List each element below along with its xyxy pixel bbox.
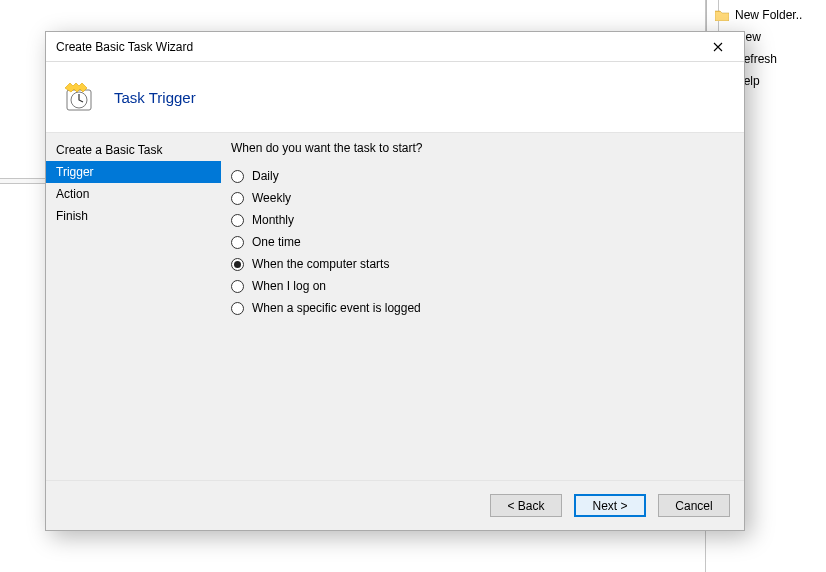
folder-icon [715,9,729,21]
radio-icon [231,214,244,227]
wizard-step-finish[interactable]: Finish [46,205,221,227]
task-scheduler-icon [62,80,96,114]
radio-label: When the computer starts [252,257,389,271]
radio-label: One time [252,235,301,249]
close-button[interactable] [698,35,738,59]
trigger-option-event[interactable]: When a specific event is logged [227,297,728,319]
back-button[interactable]: < Back [490,494,562,517]
wizard-header: Task Trigger [46,62,744,132]
radio-label: When a specific event is logged [252,301,421,315]
radio-icon [231,236,244,249]
actions-item-label: New Folder.. [735,8,802,22]
radio-label: Weekly [252,191,291,205]
background-strip [0,178,45,184]
close-icon [713,42,723,52]
radio-icon [231,258,244,271]
radio-icon [231,170,244,183]
trigger-option-computer-starts[interactable]: When the computer starts [227,253,728,275]
wizard-dialog: Create Basic Task Wizard Task Trigger Cr… [45,31,745,531]
wizard-step-create[interactable]: Create a Basic Task [46,139,221,161]
trigger-question: When do you want the task to start? [231,141,728,155]
trigger-option-logon[interactable]: When I log on [227,275,728,297]
radio-label: Daily [252,169,279,183]
actions-item-new-folder[interactable]: New Folder.. [707,4,826,26]
wizard-body: Create a Basic Task Trigger Action Finis… [46,132,744,480]
wizard-steps: Create a Basic Task Trigger Action Finis… [46,133,221,480]
radio-icon [231,280,244,293]
next-button[interactable]: Next > [574,494,646,517]
radio-icon [231,302,244,315]
wizard-step-title: Task Trigger [114,89,196,106]
radio-icon [231,192,244,205]
radio-label: Monthly [252,213,294,227]
trigger-option-weekly[interactable]: Weekly [227,187,728,209]
trigger-option-daily[interactable]: Daily [227,165,728,187]
wizard-content: When do you want the task to start? Dail… [221,133,744,480]
wizard-footer: < Back Next > Cancel [46,480,744,530]
titlebar[interactable]: Create Basic Task Wizard [46,32,744,62]
trigger-option-monthly[interactable]: Monthly [227,209,728,231]
cancel-button[interactable]: Cancel [658,494,730,517]
wizard-step-action[interactable]: Action [46,183,221,205]
window-title: Create Basic Task Wizard [56,40,698,54]
trigger-option-onetime[interactable]: One time [227,231,728,253]
radio-label: When I log on [252,279,326,293]
wizard-step-trigger[interactable]: Trigger [46,161,221,183]
